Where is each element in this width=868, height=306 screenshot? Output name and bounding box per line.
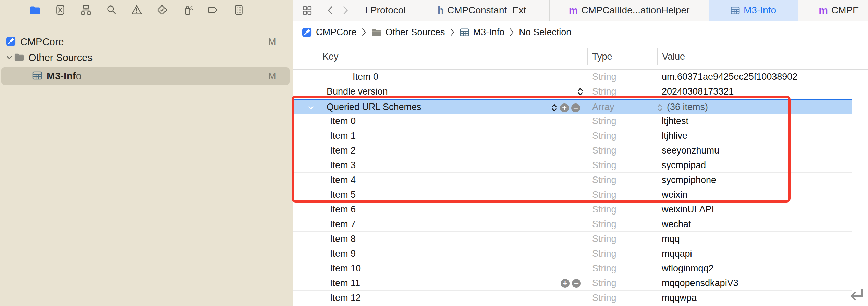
type-cell[interactable]: String — [592, 143, 616, 158]
remove-row-button[interactable]: − — [572, 279, 581, 288]
value-cell[interactable]: mqqwpa — [662, 291, 697, 305]
value-cell[interactable]: um.60371ae9425ec25f10038902 — [662, 70, 797, 84]
sidebar-item-other-sources[interactable]: Other Sources — [0, 50, 293, 65]
go-back-icon[interactable] — [324, 4, 337, 16]
column-header-value[interactable]: Value — [662, 44, 685, 70]
test-navigator-icon[interactable] — [156, 3, 169, 16]
type-cell[interactable]: String — [592, 158, 616, 173]
plist-row-item-10[interactable]: Item 10Stringwtloginmqq2 — [293, 261, 852, 276]
key-cell[interactable]: Item 2 — [330, 143, 356, 158]
key-cell[interactable]: Item 5 — [330, 187, 356, 202]
key-cell[interactable]: Item 10 — [330, 261, 361, 276]
value-cell[interactable]: wechat — [662, 217, 691, 232]
plist-row-item-7[interactable]: Item 7Stringwechat — [293, 217, 852, 232]
plist-row-item-2[interactable]: Item 2Stringseeyonzhumu — [293, 143, 852, 158]
key-cell[interactable]: Item 6 — [330, 202, 356, 217]
add-row-button[interactable]: + — [561, 279, 570, 288]
remove-row-button[interactable]: − — [571, 103, 580, 112]
value-cell[interactable]: sycmpiphone — [662, 173, 716, 187]
key-cell[interactable]: Item 12 — [330, 291, 361, 305]
plist-row-queried-url-schemes[interactable]: Queried URL Schemes+−Array(36 items) — [293, 99, 852, 114]
column-header-key[interactable]: Key — [322, 44, 339, 70]
value-cell[interactable]: ltjhlive — [662, 128, 687, 143]
type-cell[interactable]: String — [592, 70, 616, 84]
type-cell[interactable]: String — [592, 217, 616, 232]
type-cell[interactable]: String — [592, 261, 616, 276]
tab-cmpe[interactable]: mCMPE — [798, 0, 868, 21]
plist-row-item-4[interactable]: Item 4Stringsycmpiphone — [293, 173, 852, 187]
type-cell[interactable]: String — [592, 114, 616, 128]
value-stepper-icon[interactable] — [657, 103, 663, 114]
key-cell[interactable]: Item 9 — [330, 246, 356, 261]
type-cell[interactable]: String — [592, 232, 616, 246]
column-divider[interactable] — [587, 48, 588, 65]
type-cell[interactable]: String — [592, 291, 616, 305]
go-forward-icon[interactable] — [339, 4, 352, 16]
key-cell[interactable]: Item 1 — [330, 128, 356, 143]
plist-row-item-6[interactable]: Item 6StringweixinULAPI — [293, 202, 852, 217]
value-cell[interactable]: wtloginmqq2 — [662, 261, 714, 276]
find-navigator-icon[interactable] — [105, 3, 118, 16]
value-cell[interactable]: sycmpipad — [662, 158, 706, 173]
value-cell[interactable]: (36 items) — [667, 100, 708, 115]
reorder-stepper-icon[interactable] — [577, 87, 584, 96]
breadcrumb-item-m3-info[interactable]: M3-Info — [460, 27, 505, 38]
issue-navigator-icon[interactable] — [130, 3, 143, 16]
plist-row-item-12[interactable]: Item 12Stringmqqwpa — [293, 291, 852, 305]
disclosure-chevron-icon[interactable] — [5, 53, 14, 62]
value-cell[interactable]: 20240308173321 — [662, 84, 734, 99]
type-cell[interactable]: String — [592, 128, 616, 143]
type-cell[interactable]: Array — [592, 100, 614, 115]
key-cell[interactable]: Item 0 — [330, 114, 356, 128]
plist-row-item-9[interactable]: Item 9Stringmqqapi — [293, 246, 852, 261]
plist-row-item-3[interactable]: Item 3Stringsycmpipad — [293, 158, 852, 173]
column-header-type[interactable]: Type — [592, 44, 612, 70]
key-cell[interactable]: Item 11 — [330, 276, 360, 291]
sidebar-item-m3-info[interactable]: M3-Info M — [0, 67, 293, 85]
key-cell[interactable]: Item 3 — [330, 158, 356, 173]
type-cell[interactable]: String — [592, 276, 616, 291]
add-row-button[interactable]: + — [560, 103, 569, 112]
value-cell[interactable]: mqqopensdkapiV3 — [662, 276, 738, 291]
type-cell[interactable]: String — [592, 84, 616, 99]
key-cell[interactable]: Queried URL Schemes — [327, 100, 421, 115]
plist-row-item-0[interactable]: Item 0Stringum.60371ae9425ec25f10038902 — [293, 70, 852, 84]
report-navigator-icon[interactable] — [232, 3, 245, 16]
plist-row-item-1[interactable]: Item 1Stringltjhlive — [293, 128, 852, 143]
tab-cmpcallide-ationhelper[interactable]: mCMPCallIde...ationHelper — [549, 0, 709, 21]
type-cell[interactable]: String — [592, 173, 616, 187]
key-cell[interactable]: Item 7 — [330, 217, 356, 232]
plist-row-bundle-version[interactable]: Bundle versionString20240308173321 — [293, 84, 852, 99]
breadcrumb-item-cmpcore[interactable]: CMPCore — [302, 27, 357, 38]
project-navigator-icon[interactable] — [28, 3, 41, 16]
column-divider[interactable] — [657, 48, 658, 65]
plist-row-item-11[interactable]: Item 11+−StringmqqopensdkapiV3 — [293, 276, 852, 291]
value-cell[interactable]: ltjhtest — [662, 114, 688, 128]
value-cell[interactable]: mqq — [662, 232, 680, 246]
value-cell[interactable]: seeyonzhumu — [662, 143, 719, 158]
breakpoint-navigator-icon[interactable] — [207, 3, 220, 16]
key-cell[interactable]: Item 0 — [353, 70, 378, 84]
debug-navigator-icon[interactable] — [181, 3, 194, 16]
source-control-navigator-icon[interactable] — [54, 3, 67, 16]
type-cell[interactable]: String — [592, 202, 616, 217]
value-cell[interactable]: weixin — [662, 187, 687, 202]
tab-m3-info[interactable]: M3-Info — [709, 0, 798, 21]
plist-row-item-5[interactable]: Item 5Stringweixin — [293, 187, 852, 202]
key-cell[interactable]: Item 8 — [330, 232, 356, 246]
symbol-navigator-icon[interactable] — [80, 3, 93, 16]
key-cell[interactable]: Item 4 — [330, 173, 356, 187]
key-cell[interactable]: Bundle version — [327, 84, 388, 99]
value-cell[interactable]: weixinULAPI — [662, 202, 714, 217]
reorder-stepper-icon[interactable] — [551, 103, 558, 112]
related-items-icon[interactable] — [301, 4, 313, 16]
value-cell[interactable]: mqqapi — [662, 246, 692, 261]
plist-row-item-0[interactable]: Item 0Stringltjhtest — [293, 114, 852, 128]
type-cell[interactable]: String — [592, 187, 616, 202]
tab-lprotocol[interactable]: LProtocol — [357, 0, 414, 21]
sidebar-item-project[interactable]: CMPCore M — [0, 34, 293, 49]
plist-row-item-8[interactable]: Item 8Stringmqq — [293, 232, 852, 246]
type-cell[interactable]: String — [592, 246, 616, 261]
tab-cmpconstant-ext[interactable]: hCMPConstant_Ext — [414, 0, 549, 21]
breadcrumb-item-other-sources[interactable]: Other Sources — [371, 27, 445, 38]
